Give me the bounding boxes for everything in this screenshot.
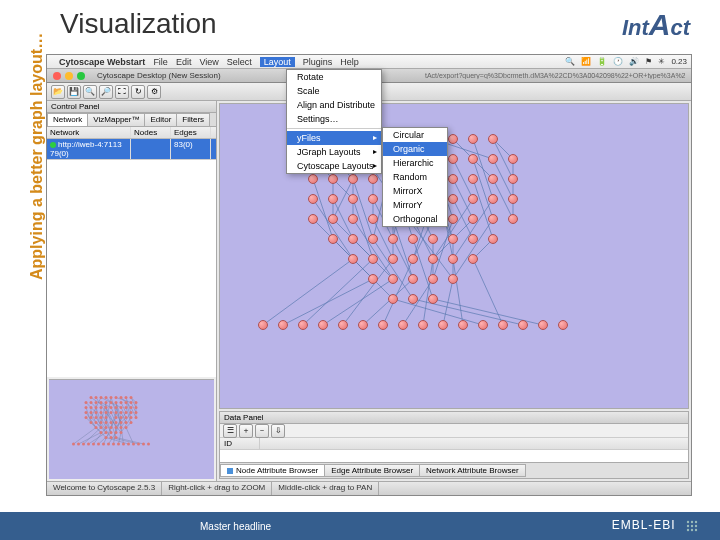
submenu-item[interactable]: Random [383,170,447,184]
graph-node[interactable] [408,234,418,244]
graph-node[interactable] [448,134,458,144]
graph-node[interactable] [468,174,478,184]
submenu-item[interactable]: MirrorX [383,184,447,198]
graph-node[interactable] [468,194,478,204]
zoom-in-icon[interactable]: 🔍 [83,85,97,99]
menu-item[interactable]: Rotate [287,70,381,84]
open-icon[interactable]: 📂 [51,85,65,99]
submenu-item[interactable]: Hierarchic [383,156,447,170]
graph-node[interactable] [368,274,378,284]
graph-node[interactable] [358,320,368,330]
graph-node[interactable] [368,174,378,184]
graph-node[interactable] [348,234,358,244]
graph-node[interactable] [468,154,478,164]
graph-node[interactable] [428,274,438,284]
tab-edge-attr[interactable]: Edge Attribute Browser [324,464,420,477]
save-icon[interactable]: 💾 [67,85,81,99]
graph-node[interactable] [448,234,458,244]
graph-node[interactable] [448,154,458,164]
graph-node[interactable] [498,320,508,330]
graph-node[interactable] [508,154,518,164]
tab-filters[interactable]: Filters [176,113,210,126]
graph-node[interactable] [508,214,518,224]
tab-vizmapper[interactable]: VizMapper™ [87,113,145,126]
graph-node[interactable] [328,234,338,244]
network-overview[interactable] [49,379,214,479]
dp-select-icon[interactable]: ☰ [223,424,237,438]
graph-node[interactable] [448,214,458,224]
graph-node[interactable] [478,320,488,330]
graph-node[interactable] [468,214,478,224]
graph-node[interactable] [488,174,498,184]
graph-node[interactable] [368,214,378,224]
table-row[interactable]: http://iweb-4:7113 79(0) 83(0) [47,139,216,159]
menu-help[interactable]: Help [340,57,359,67]
menu-item[interactable]: yFiles [287,131,381,145]
graph-node[interactable] [448,254,458,264]
graph-node[interactable] [518,320,528,330]
graph-node[interactable] [278,320,288,330]
submenu-item[interactable]: Orthogonal [383,212,447,226]
control-panel-tabs[interactable]: Network VizMapper™ Editor Filters [47,113,216,127]
zoom-out-icon[interactable]: 🔎 [99,85,113,99]
graph-node[interactable] [418,320,428,330]
graph-node[interactable] [388,234,398,244]
graph-node[interactable] [328,174,338,184]
menu-select[interactable]: Select [227,57,252,67]
layout-dropdown[interactable]: RotateScaleAlign and DistributeSettings…… [286,69,382,174]
graph-node[interactable] [368,234,378,244]
mac-menubar[interactable]: Cytoscape Webstart File Edit View Select… [47,55,691,69]
graph-node[interactable] [318,320,328,330]
submenu-item[interactable]: Organic [383,142,447,156]
network-table[interactable]: Network Nodes Edges http://iweb-4:7113 7… [47,127,216,159]
zoom-icon[interactable] [77,72,85,80]
graph-node[interactable] [508,194,518,204]
menu-plugins[interactable]: Plugins [303,57,333,67]
graph-node[interactable] [488,194,498,204]
graph-node[interactable] [308,194,318,204]
graph-node[interactable] [338,320,348,330]
graph-node[interactable] [308,214,318,224]
graph-node[interactable] [368,194,378,204]
tab-editor[interactable]: Editor [144,113,177,126]
menu-item[interactable]: JGraph Layouts [287,145,381,159]
dp-import-icon[interactable]: ⇩ [271,424,285,438]
submenu-item[interactable]: MirrorY [383,198,447,212]
settings-icon[interactable]: ⚙ [147,85,161,99]
graph-node[interactable] [368,254,378,264]
graph-node[interactable] [468,254,478,264]
graph-node[interactable] [408,294,418,304]
graph-node[interactable] [348,214,358,224]
menu-item[interactable]: Settings… [287,112,381,126]
tab-network-attr[interactable]: Network Attribute Browser [419,464,525,477]
graph-node[interactable] [488,134,498,144]
app-name[interactable]: Cytoscape Webstart [59,57,145,67]
graph-node[interactable] [448,194,458,204]
menu-edit[interactable]: Edit [176,57,192,67]
graph-node[interactable] [378,320,388,330]
graph-node[interactable] [448,174,458,184]
graph-node[interactable] [348,254,358,264]
graph-node[interactable] [388,294,398,304]
dp-add-icon[interactable]: ＋ [239,424,253,438]
menu-file[interactable]: File [153,57,168,67]
graph-node[interactable] [428,254,438,264]
graph-node[interactable] [328,194,338,204]
graph-node[interactable] [468,134,478,144]
menu-item[interactable]: Cytoscape Layouts [287,159,381,173]
graph-node[interactable] [328,214,338,224]
graph-node[interactable] [408,254,418,264]
graph-node[interactable] [488,214,498,224]
graph-node[interactable] [348,194,358,204]
graph-node[interactable] [348,174,358,184]
graph-node[interactable] [388,254,398,264]
graph-node[interactable] [458,320,468,330]
yfiles-submenu[interactable]: CircularOrganicHierarchicRandomMirrorXMi… [382,127,448,227]
menu-view[interactable]: View [199,57,218,67]
close-icon[interactable] [53,72,61,80]
dp-remove-icon[interactable]: － [255,424,269,438]
graph-node[interactable] [258,320,268,330]
graph-node[interactable] [308,174,318,184]
data-panel-toolbar[interactable]: ☰ ＋ － ⇩ [220,424,688,438]
tab-network[interactable]: Network [47,113,88,126]
